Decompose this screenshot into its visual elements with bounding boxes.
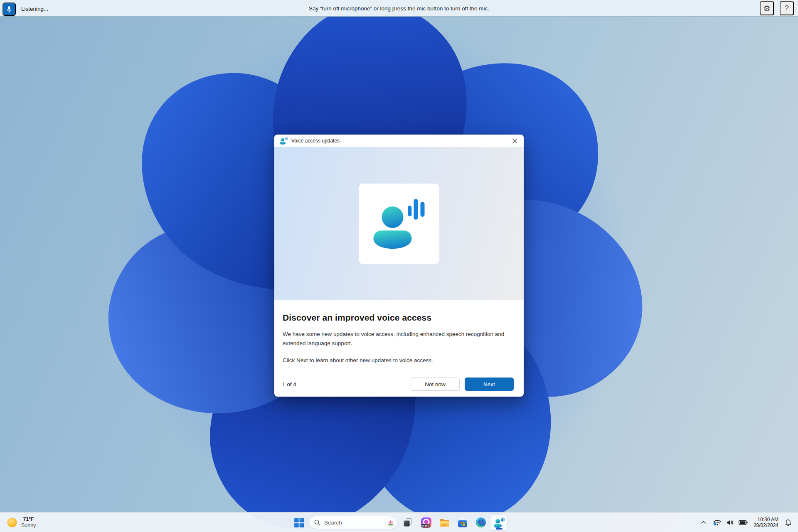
- voice-access-bar: Listening... Say “turn off microphone” o…: [0, 0, 798, 17]
- page-indicator: 1 of 4: [282, 381, 296, 387]
- volume-icon: [725, 517, 735, 527]
- m365-copilot-icon: M365: [421, 517, 432, 528]
- weather-temperature: 71°F: [21, 516, 36, 522]
- chevron-up-icon: [700, 519, 707, 526]
- tray-date: 28/02/2024: [754, 522, 778, 529]
- dialog-paragraph-2: Click Next to learn about other new upda…: [283, 356, 515, 365]
- search-icon: [314, 520, 320, 526]
- help-icon: ?: [785, 4, 788, 12]
- voice-instruction: Say “turn off microphone” or long press …: [0, 0, 798, 17]
- dialog-close-button[interactable]: [505, 135, 524, 147]
- voice-access-updates-dialog: Voice access updates: [274, 135, 524, 397]
- weather-widget[interactable]: 71°F Sunny: [2, 513, 40, 532]
- edge-button[interactable]: [473, 514, 489, 531]
- task-view-button[interactable]: [399, 514, 416, 531]
- tray-time: 10:30 AM: [757, 517, 778, 523]
- taskbar: 71°F Sunny: [0, 512, 798, 532]
- file-explorer-icon: [439, 517, 450, 528]
- microsoft-store-button[interactable]: [454, 514, 471, 531]
- dialog-paragraph-1: We have some new updates to voice access…: [283, 330, 515, 348]
- next-button[interactable]: Next: [465, 378, 514, 391]
- search-highlight-badge: [385, 517, 396, 528]
- voice-access-logo: [373, 199, 425, 249]
- voice-settings-button[interactable]: ⚙: [760, 1, 774, 15]
- active-app-indicator: [496, 528, 502, 530]
- file-explorer-button[interactable]: [436, 514, 453, 531]
- microsoft-store-icon: [457, 517, 468, 528]
- search-input[interactable]: [324, 520, 382, 526]
- gear-icon: ⚙: [763, 4, 770, 13]
- voice-access-taskbar-icon: [494, 517, 505, 528]
- notification-bell-button[interactable]: [782, 514, 795, 531]
- svg-text:M365: M365: [422, 524, 429, 527]
- start-button[interactable]: [291, 514, 307, 531]
- m365-copilot-button[interactable]: M365: [418, 514, 434, 531]
- system-tray-status-button[interactable]: [710, 514, 750, 531]
- not-now-button[interactable]: Not now: [411, 378, 460, 391]
- wifi-shield-icon: [712, 517, 722, 527]
- close-icon: [512, 138, 517, 144]
- voice-help-button[interactable]: ?: [780, 1, 794, 15]
- bell-icon: [784, 518, 793, 527]
- dialog-footer: 1 of 4 Not now Next: [274, 378, 524, 397]
- voice-access-app-icon: [280, 137, 288, 145]
- dialog-heading: Discover an improved voice access: [283, 313, 515, 323]
- dialog-title: Voice access updates: [291, 138, 340, 144]
- voice-access-taskbar-button[interactable]: [491, 514, 507, 531]
- task-view-icon: [403, 517, 413, 527]
- microphone-button[interactable]: [2, 2, 16, 16]
- tray-overflow-button[interactable]: [698, 514, 709, 531]
- clock-button[interactable]: 10:30 AM 28/02/2024: [751, 517, 781, 529]
- voice-access-logo-card: [359, 184, 439, 264]
- dialog-titlebar: Voice access updates: [274, 135, 524, 147]
- desktop: Listening... Say “turn off microphone” o…: [0, 0, 798, 532]
- search-box[interactable]: [309, 516, 398, 529]
- microphone-icon: [5, 5, 13, 13]
- listening-status: Listening...: [21, 6, 48, 12]
- lotus-flower-icon: [387, 519, 394, 526]
- windows-logo-icon: [294, 518, 304, 527]
- edge-icon: [475, 517, 486, 528]
- dialog-hero-illustration: [274, 147, 524, 300]
- battery-icon: [738, 517, 748, 527]
- weather-condition: Sunny: [21, 522, 36, 529]
- dialog-content: Discover an improved voice access We hav…: [274, 313, 524, 365]
- sun-icon: [7, 517, 17, 528]
